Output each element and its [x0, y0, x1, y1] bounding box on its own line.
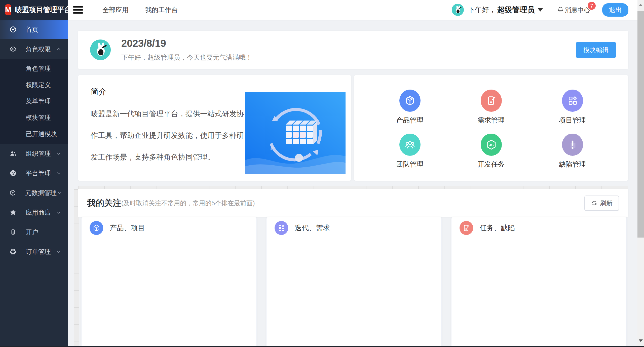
cube-icon	[9, 189, 17, 197]
sidebar-item-organization[interactable]: 组织管理	[0, 144, 68, 163]
chevron-down-icon	[56, 170, 62, 176]
sidebar-item-metadata[interactable]: 元数据管理	[0, 183, 68, 203]
requirement-doc-icon	[460, 221, 473, 235]
devtask-js-icon: JS	[481, 134, 502, 156]
chevron-down-icon	[538, 8, 543, 12]
module-project-management[interactable]: 项目管理	[532, 85, 613, 129]
sidebar-item-label: 平台管理	[26, 169, 56, 177]
follow-card-tasks-defects[interactable]: 任务、缺陷	[451, 217, 627, 346]
my-follow-title: 我的关注	[87, 197, 121, 209]
sidebar-item-orders[interactable]: 订单管理	[0, 242, 68, 261]
module-requirement-management[interactable]: 需求管理	[450, 85, 532, 129]
welcome-banner: 2023/8/19 下午好，超级管理员，今天也要元气满满哦！ 模块编辑	[78, 31, 628, 69]
chevron-up-icon	[56, 46, 62, 52]
sidebar-subitem-module-management[interactable]: 模块管理	[0, 109, 68, 126]
my-follow-hint: (及时取消关注不常用的，常用的5个排在最前面)	[121, 199, 255, 207]
defect-exclaim-icon	[562, 134, 583, 156]
project-grid-icon	[275, 221, 288, 235]
svg-text:JS: JS	[489, 143, 494, 147]
sidebar-item-roles[interactable]: 角色权限	[0, 39, 68, 59]
intro-card: 简介 唛盟是新一代项目管理平台，提供一站式研发协作工具，帮助企业提升研发效能，使…	[78, 75, 351, 181]
sidebar-item-platform[interactable]: 平台管理	[0, 163, 68, 183]
module-label: 产品管理	[396, 116, 424, 125]
order-icon	[9, 248, 17, 256]
vertical-scrollbar[interactable]	[637, 0, 644, 346]
sidebar-nav: 首页 角色权限 角色管理 权限定义 菜单管理 模块管理 已开通模块 组织管理	[0, 20, 68, 346]
sidebar-subitem-permission-definition[interactable]: 权限定义	[0, 77, 68, 93]
intro-text: 唛盟是新一代项目管理平台，提供一站式研发协作工具，帮助企业提升研发效能，使用于多…	[91, 103, 247, 168]
my-follow-header: 我的关注 (及时取消关注不常用的，常用的5个排在最前面) 刷新	[78, 189, 628, 217]
modules-card: 产品管理 需求管理 项目管理	[354, 75, 628, 181]
sidebar-item-label: 首页	[26, 25, 62, 34]
chevron-down-icon	[57, 190, 63, 196]
follow-card-products-projects[interactable]: 产品、项目	[81, 217, 257, 346]
welcome-texts: 2023/8/19 下午好，超级管理员，今天也要元气满满哦！	[121, 38, 252, 62]
user-greeting[interactable]: 下午好， 超级管理员	[468, 5, 543, 15]
module-label: 项目管理	[559, 116, 586, 125]
chevron-down-icon	[56, 150, 62, 157]
module-label: 需求管理	[478, 116, 505, 125]
roles-submenu: 角色管理 权限定义 菜单管理 模块管理 已开通模块	[0, 59, 68, 144]
sidebar-subitem-opened-modules[interactable]: 已开通模块	[0, 126, 68, 142]
welcome-avatar	[90, 40, 111, 60]
team-people-icon	[399, 134, 421, 156]
sidebar-subitem-role-management[interactable]: 角色管理	[0, 60, 68, 77]
refresh-label: 刷新	[600, 199, 613, 207]
refresh-icon	[591, 200, 597, 206]
sidebar-item-open-account[interactable]: 开户	[0, 222, 68, 242]
main-content: 2023/8/19 下午好，超级管理员，今天也要元气满满哦！ 模块编辑 简介 唛…	[68, 20, 637, 346]
sidebar-item-label: 订单管理	[26, 248, 56, 256]
module-label: 缺陷管理	[559, 160, 586, 169]
scrollbar-thumb[interactable]	[637, 11, 644, 238]
message-center-label: 消息中心	[565, 6, 590, 14]
rabbit-avatar-icon	[90, 40, 111, 60]
bell-icon	[557, 6, 564, 13]
sidebar-item-label: 应用商店	[26, 208, 56, 217]
top-header: M 唛盟项目管理平台 全部应用 我的工作台 下午好， 超级管理员	[0, 0, 637, 20]
requirement-doc-icon	[481, 90, 502, 112]
follow-card-header: 迭代、需求	[267, 217, 441, 239]
sidebar-subitem-menu-management[interactable]: 菜单管理	[0, 93, 68, 109]
sidebar-item-label: 角色权限	[26, 45, 56, 53]
module-product-management[interactable]: 产品管理	[369, 85, 450, 129]
follow-card-header: 任务、缺陷	[451, 217, 626, 239]
top-menu: 全部应用 我的工作台	[102, 6, 178, 14]
follow-card-title: 产品、项目	[110, 223, 145, 233]
account-icon	[9, 228, 17, 236]
menu-all-apps[interactable]: 全部应用	[102, 6, 129, 14]
sidebar-item-home[interactable]: 首页	[0, 20, 68, 39]
module-label: 团队管理	[396, 160, 424, 169]
hamburger-menu-icon[interactable]	[73, 5, 85, 15]
module-team-management[interactable]: 团队管理	[369, 129, 450, 173]
module-defect-management[interactable]: 缺陷管理	[532, 129, 613, 173]
message-count-badge: 7	[588, 2, 596, 10]
username: 超级管理员	[497, 5, 535, 15]
scrollbar-down-arrow-icon[interactable]	[637, 336, 644, 346]
message-center[interactable]: 消息中心 7	[557, 6, 590, 14]
follow-card-title: 迭代、需求	[295, 223, 330, 233]
logout-button[interactable]: 退出	[602, 3, 628, 17]
scrollbar-up-arrow-icon[interactable]	[637, 0, 644, 10]
module-edit-button[interactable]: 模块编辑	[576, 42, 616, 58]
follow-card-iterations-requirements[interactable]: 迭代、需求	[266, 217, 442, 346]
intro-illustration	[245, 92, 346, 174]
sidebar-item-label: 组织管理	[26, 149, 56, 158]
dashboard-icon	[9, 25, 17, 33]
greeting-prefix: 下午好，	[468, 5, 496, 15]
logo-block: M 唛盟项目管理平台	[0, 0, 68, 20]
app-title: 唛盟项目管理平台	[15, 5, 71, 15]
modules-grid: 产品管理 需求管理 项目管理	[369, 85, 613, 173]
refresh-button[interactable]: 刷新	[584, 196, 619, 211]
user-avatar[interactable]	[452, 4, 464, 16]
header-right: 下午好， 超级管理员 消息中心 7 退出	[452, 3, 637, 17]
role-icon	[9, 45, 17, 53]
sidebar-item-app-store[interactable]: 应用商店	[0, 203, 68, 222]
globe-icon	[9, 169, 17, 177]
logo-icon: M	[5, 4, 11, 15]
welcome-message: 下午好，超级管理员，今天也要元气满满哦！	[121, 53, 252, 62]
product-cube-icon	[90, 221, 103, 235]
product-cube-icon	[399, 90, 421, 112]
menu-my-workbench[interactable]: 我的工作台	[145, 6, 178, 14]
background-grid-columns	[78, 186, 628, 189]
module-dev-tasks[interactable]: JS 开发任务	[450, 129, 532, 173]
